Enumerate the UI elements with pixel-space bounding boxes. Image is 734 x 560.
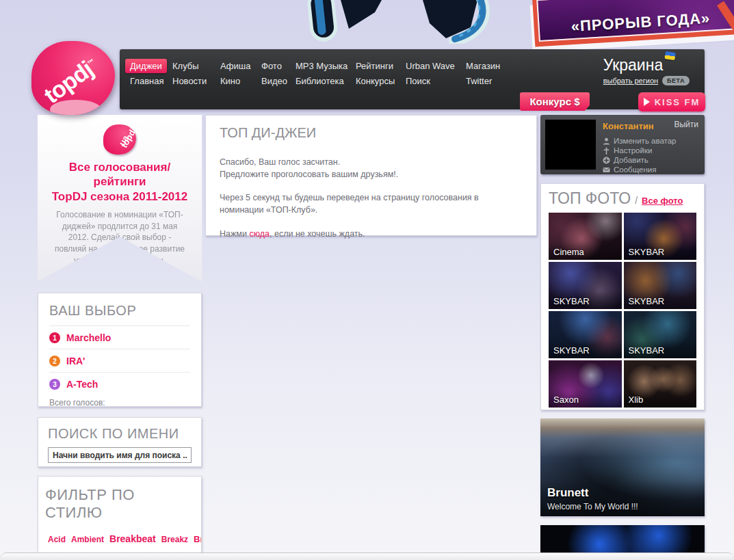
vote-info-body: Голосование в номинации «ТОП-диджей» про… xyxy=(51,209,188,267)
rank-badge: 1 xyxy=(49,332,60,343)
vote-info-panel: topdjua Все голосования/рейтинги TopDJ с… xyxy=(38,115,202,282)
nav-menu: Диджеи Главная Клубы Новости Афиша Кино … xyxy=(130,61,507,86)
username[interactable]: Константин xyxy=(603,121,654,131)
nav-column: Магазин Twitter xyxy=(466,61,507,86)
redirect-text: Через 5 секунд ты будешь переведен на ст… xyxy=(220,191,523,216)
nav-item[interactable]: Конкурсы xyxy=(351,74,399,88)
style-tag[interactable]: Broken beat xyxy=(194,534,202,544)
vote-info-title[interactable]: Все голосования/рейтинги TopDJ сезона 20… xyxy=(44,160,195,204)
promo-banner-inner: «ПРОРЫВ ГОДА» xyxy=(536,0,734,42)
nav-column: Клубы Новости xyxy=(172,61,220,86)
vote-counted-text: Спасибо, Ваш голос засчитан.Предложите п… xyxy=(220,156,523,181)
nav-item[interactable]: Библиотека xyxy=(291,74,349,88)
style-tag[interactable]: Breakz xyxy=(161,535,188,544)
separator: / xyxy=(635,195,638,206)
photo-thumbnail[interactable]: Xlib xyxy=(624,360,697,408)
search-panel: ПОИСК ПО ИМЕНИ xyxy=(38,417,202,467)
avatar[interactable] xyxy=(545,120,596,170)
photo-label: SKYBAR xyxy=(553,296,590,306)
nav-item[interactable]: Twitter xyxy=(461,74,497,88)
photo-label: Saxon xyxy=(553,395,579,405)
change-avatar-link[interactable]: Изменить аватар xyxy=(603,137,700,145)
nav-item[interactable]: Диджеи xyxy=(125,59,167,73)
promo-banner[interactable]: «ПРОРЫВ ГОДА» xyxy=(532,0,734,46)
style-tag[interactable]: Breakbeat xyxy=(109,533,156,544)
logo-blob: topdj™ xyxy=(31,41,115,115)
kissfm-button[interactable]: KISS FM xyxy=(638,92,705,111)
region-name: Украина xyxy=(603,56,664,74)
search-input[interactable] xyxy=(48,447,192,463)
nav-item[interactable]: Главная xyxy=(125,74,168,88)
search-title: ПОИСК ПО ИМЕНИ xyxy=(48,426,192,442)
featured-photo-subtitle: Welcome To My World !!! xyxy=(547,502,638,511)
dj-letters-art xyxy=(301,0,527,44)
your-choice-panel: ВАШ ВЫБОР 1 Marchello 2 IRA' 3 A-Tech Вс… xyxy=(38,293,202,407)
add-link[interactable]: Добавить xyxy=(603,156,700,164)
style-filter-title: ФИЛЬТР ПО СТИЛЮ xyxy=(45,486,194,522)
user-panel: Константин Выйти Изменить аватар Настрой… xyxy=(540,115,705,174)
nav-item[interactable]: Фото xyxy=(257,59,287,73)
beta-badge: БЕТА xyxy=(662,76,690,85)
skip-wait-link[interactable]: сюда xyxy=(249,229,270,239)
region-selector: Украина выбрать регион БЕТА xyxy=(603,57,690,85)
ukraine-flag-icon xyxy=(665,51,676,60)
photo-thumbnail[interactable]: SKYBAR xyxy=(624,213,697,260)
style-tag[interactable]: Acid xyxy=(48,535,66,544)
rank-badge: 3 xyxy=(49,379,60,390)
style-filter-panel: ФИЛЬТР ПО СТИЛЮ AcidAmbientBreakbeatBrea… xyxy=(38,476,202,560)
photo-thumbnail[interactable]: SKYBAR xyxy=(549,262,622,309)
select-region-link[interactable]: выбрать регион xyxy=(603,77,658,85)
nav-item[interactable]: Магазин xyxy=(461,59,505,73)
user-icon xyxy=(603,137,610,145)
photo-thumbnail[interactable]: SKYBAR xyxy=(624,262,697,309)
dj-name-link[interactable]: A-Tech xyxy=(66,379,98,390)
settings-icon xyxy=(603,147,610,155)
messages-link[interactable]: Сообщения xyxy=(603,165,700,174)
bottom-bar xyxy=(0,552,734,560)
style-tag[interactable]: Ambient xyxy=(71,535,104,544)
top-photos-title: ТОП ФОТО xyxy=(549,189,631,208)
featured-photo[interactable]: Brunett Welcome To My World !!! xyxy=(540,418,705,516)
nav-item[interactable]: Клубы xyxy=(168,59,204,73)
photo-thumbnail[interactable]: SKYBAR xyxy=(549,311,622,358)
photo-label: SKYBAR xyxy=(629,345,665,356)
dj-name-link[interactable]: Marchello xyxy=(66,332,111,343)
dj-name-link[interactable]: IRA' xyxy=(66,356,85,366)
promo-banner-title: «ПРОРЫВ ГОДА» xyxy=(571,10,711,36)
logout-link[interactable]: Выйти xyxy=(674,120,698,129)
nav-item[interactable]: MP3 Музыка xyxy=(291,59,352,73)
photo-thumbnail[interactable]: Cinema xyxy=(549,213,622,260)
contest-button[interactable]: Конкурс $ xyxy=(520,92,590,111)
all-photos-link[interactable]: Все фото xyxy=(642,196,683,206)
nav-item[interactable]: Видео xyxy=(257,74,292,88)
photo-thumbnail[interactable]: Saxon xyxy=(549,360,622,408)
main-navigation: Диджеи Главная Клубы Новости Афиша Кино … xyxy=(120,49,705,109)
add-icon xyxy=(603,157,610,164)
vote-item: 1 Marchello xyxy=(49,325,190,349)
nav-column: Афиша Кино xyxy=(220,61,261,86)
topdj-logo[interactable]: topdj™ xyxy=(31,41,115,115)
featured-photo-title: Brunett xyxy=(547,486,588,500)
style-tag-cloud: AcidAmbientBreakbeatBreakzBroken beatDee… xyxy=(45,527,194,548)
nav-item[interactable]: Кино xyxy=(215,74,245,88)
nav-column: Urban Wave Поиск xyxy=(406,61,466,86)
skip-wait-text: Нажми сюда, если не хочешь ждать. xyxy=(220,228,523,240)
photo-grid: Cinema SKYBAR SKYBAR SKYBAR SKYBAR xyxy=(549,213,696,408)
nav-item[interactable]: Новости xyxy=(168,74,211,88)
play-icon xyxy=(644,98,650,106)
photo-label: SKYBAR xyxy=(629,247,665,257)
nav-item[interactable]: Рейтинги xyxy=(351,59,398,73)
nav-column: Диджеи Главная xyxy=(130,61,172,86)
kissfm-label: KISS FM xyxy=(655,97,700,107)
topdj-mini-logo[interactable]: topdjua xyxy=(103,124,136,155)
rank-badge: 2 xyxy=(49,356,60,366)
mail-icon xyxy=(603,166,610,174)
nav-item[interactable]: Urban Wave xyxy=(401,59,460,73)
nav-item[interactable]: Поиск xyxy=(401,74,435,88)
nav-item[interactable]: Афиша xyxy=(215,59,255,73)
nav-column: Рейтинги Конкурсы xyxy=(356,61,406,86)
settings-link[interactable]: Настройки xyxy=(603,146,700,155)
photo-thumbnail[interactable]: SKYBAR xyxy=(624,311,697,358)
page: «ПРОРЫВ ГОДА» topdj™ Диджеи Главная Клуб… xyxy=(0,0,734,560)
vote-list: 1 Marchello 2 IRA' 3 A-Tech xyxy=(49,325,190,395)
